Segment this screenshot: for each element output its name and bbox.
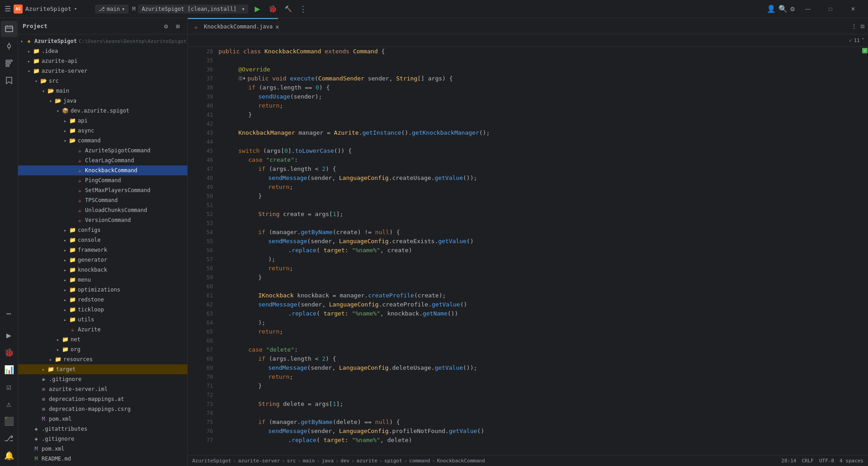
tree-item-unloadchunks[interactable]: ☕ UnloadChunksCommand [18,205,187,215]
tree-item-net[interactable]: 📁 net [18,334,187,344]
tree-item-dep-at[interactable]: ≡ deprecation-mappings.at [18,394,187,404]
todo-tool-icon[interactable]: ☑ [1,378,17,395]
status-position[interactable]: 28:14 [781,458,796,464]
profile-icon[interactable]: 👤 [767,5,776,13]
sidebar-gear-icon[interactable]: ⚙ [161,21,171,31]
structure-tool-icon[interactable] [1,55,17,71]
project-tool-icon[interactable] [1,21,17,37]
tree-item-src[interactable]: 📂 src [18,76,187,86]
more-tool-windows-icon[interactable]: ⋯ [1,305,17,321]
tree-item-azurite-api[interactable]: 📁 azurite-api [18,56,187,66]
tree-item-readme[interactable]: Μ README.md [18,454,187,464]
code-line-57: ); [218,255,862,264]
breadcrumb-java[interactable]: java [322,458,334,464]
tree-item-utils[interactable]: 📁 utils [18,315,187,325]
breadcrumb-azurite[interactable]: azurite [356,458,377,464]
tree-item-tickloop[interactable]: 📁 tickloop [18,305,187,315]
status-indent[interactable]: 4 spaces [840,458,863,464]
tree-item-command-folder[interactable]: 📂 command [18,136,187,146]
recent-files-icon[interactable]: ⋮ [851,23,857,30]
bookmarks-tool-icon[interactable] [1,72,17,89]
problems-tool-icon[interactable]: ⚠ [1,395,17,412]
tree-item-console[interactable]: 📁 console [18,235,187,245]
breadcrumb-server[interactable]: azurite-server [238,458,280,464]
inspection-ok-icon[interactable]: ✓ [862,48,868,53]
tree-item-org[interactable]: 📁 org [18,344,187,354]
settings-icon[interactable]: ⚙ [790,5,795,13]
tree-item-dev-package[interactable]: 📦 dev.azurite.spigot [18,106,187,116]
tree-item-main[interactable]: 📂 main [18,86,187,96]
status-line-ending[interactable]: CRLF [802,458,814,464]
tree-item-gitattributes[interactable]: ◈ .gitattributes [18,424,187,434]
tree-item-resources[interactable]: 📁 resources [18,354,187,364]
search-everywhere-icon[interactable]: 🔍 [778,5,787,13]
run-button[interactable]: ▶ [251,3,264,15]
notifications-tool-icon[interactable]: 🔔 [1,447,17,463]
commit-tool-icon[interactable] [1,38,17,54]
debug-tool-icon[interactable]: 🐞 [1,344,17,360]
main-menu-icon[interactable]: ☰ [5,5,11,13]
tree-item-iml[interactable]: ≡ azurite-server.iml [18,384,187,394]
breadcrumb-knockback-file[interactable]: KnockbackCommand [437,458,485,464]
debug-button[interactable]: 🐞 [266,3,279,15]
tree-item-external-libs[interactable]: 📚 External Libraries [18,464,187,466]
tree-item-knockback-folder[interactable]: 📁 knockback [18,265,187,275]
breadcrumb-spigot[interactable]: spigot [384,458,403,464]
line-num-50: 50 [197,192,213,201]
tree-item-api-folder[interactable]: 📁 api [18,116,187,126]
tree-item-menu[interactable]: 📁 menu [18,275,187,285]
project-name[interactable]: AzuriteSpigot [25,5,71,12]
tree-label-menu: menu [78,277,91,283]
close-button[interactable]: ✕ [843,2,863,16]
split-editor-icon[interactable]: ⊡ [861,23,864,30]
minimize-button[interactable]: — [797,2,818,16]
tree-arrow-knockback [69,167,76,174]
tree-item-framework[interactable]: 📁 framework [18,245,187,255]
code-editor[interactable]: public class KnockbackCommand extends Co… [217,47,862,455]
tree-item-optimizations[interactable]: 📁 optimizations [18,285,187,295]
terminal-tool-icon[interactable]: ⬛ [1,413,17,429]
profiler-tool-icon[interactable]: 📊 [1,361,17,377]
tree-item-dep-csrg[interactable]: ≡ deprecation-mappings.csrg [18,404,187,414]
tree-item-azurite-class[interactable]: ☕ Azurite [18,325,187,334]
tree-item-azurite-spigot[interactable]: ◈ AzuriteSpigot C:\Users\keano\Desktop\A… [18,36,187,46]
tree-item-clearlag-cmd[interactable]: ☕ ClearLagCommand [18,155,187,165]
breadcrumb-dev[interactable]: dev [341,458,350,464]
sidebar-expand-icon[interactable]: ⊞ [173,21,183,31]
tree-item-ping-cmd[interactable]: ☕ PingCommand [18,175,187,185]
git-tool-icon[interactable]: ⎇ [1,430,17,446]
tree-item-generator[interactable]: 📁 generator [18,255,187,265]
tree-item-version-cmd[interactable]: ☕ VersionCommand [18,215,187,225]
tree-item-idea[interactable]: 📁 .idea [18,46,187,56]
breadcrumb-project[interactable]: AzuriteSpigot [192,458,231,464]
run-config-selector[interactable]: AzuriteSpigot [clean,install] ▾ [138,5,248,14]
tree-item-target[interactable]: 📁 target [18,364,187,374]
tree-item-gitignore-root[interactable]: ◈ .gitignore [18,434,187,444]
tree-item-pom-svr[interactable]: Μ pom.xml [18,414,187,424]
status-encoding[interactable]: UTF-8 [819,458,834,464]
branch-selector[interactable]: ⎇ main ▾ [95,5,128,14]
editor-tab-knockback[interactable]: ☕ KnockbackCommand.java ✕ [188,18,278,34]
tree-item-configs[interactable]: 📁 configs [18,225,187,235]
tree-item-gitignore-svr[interactable]: ◈ .gitignore [18,374,187,384]
tree-item-java[interactable]: 📂 java [18,96,187,106]
tree-item-knockback-cmd[interactable]: ☕ KnockbackCommand [18,165,187,175]
tree-item-azurite-server[interactable]: 📁 azurite-server [18,66,187,76]
run-more-icon[interactable]: ⋮ [299,4,307,14]
tree-item-azurite-spigot-cmd[interactable]: ☕ AzuriteSpigotCommand [18,146,187,155]
tree-item-async-folder[interactable]: 📁 async [18,126,187,136]
tree-item-pom-root[interactable]: Μ pom.xml [18,444,187,454]
tree-item-tps-cmd[interactable]: ☕ TPSCommand [18,195,187,205]
tree-item-setmaxplayers[interactable]: ☕ SetMaxPlayersCommand [18,185,187,195]
breadcrumb-main[interactable]: main [303,458,315,464]
run-tool-icon[interactable]: ▶ [1,327,17,343]
build-button[interactable]: 🔨 [282,3,294,15]
tree-item-redstone[interactable]: 📁 redstone [18,295,187,305]
project-caret-icon[interactable]: ▾ [74,6,77,12]
line-numbers: 28 35 36 37 38 39 40 41 42 43 44 45 46 4… [197,47,217,455]
tree-arrow-pom-svr [33,415,40,423]
breadcrumb-command-dir[interactable]: command [409,458,430,464]
maximize-button[interactable]: □ [820,2,841,16]
breadcrumb-src[interactable]: src [287,458,296,464]
tree-label-tickloop: tickloop [78,306,104,313]
